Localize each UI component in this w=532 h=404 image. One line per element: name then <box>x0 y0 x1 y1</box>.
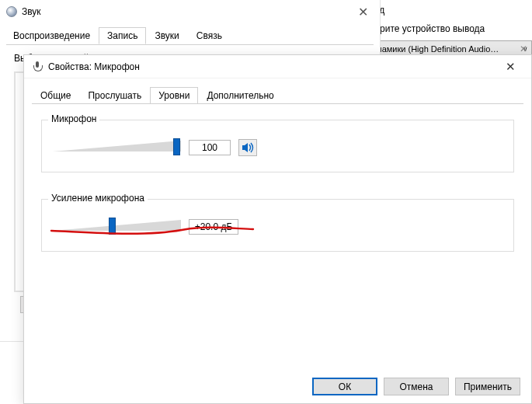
tab-playback[interactable]: Воспроизведение <box>5 27 99 44</box>
levels-body: Микрофон 100 Усиление микрофона <box>32 103 523 379</box>
mic-level-value[interactable]: 100 <box>189 140 231 155</box>
choose-output-label-partial: ыберите устройство вывода <box>363 23 532 34</box>
sound-icon <box>6 6 17 17</box>
sound-titlebar: Звук ✕ <box>0 0 380 23</box>
mic-boost-slider[interactable] <box>53 217 181 237</box>
tab-recording[interactable]: Запись <box>99 27 146 44</box>
mic-boost-row: +20.0 дБ <box>53 217 502 237</box>
background-output-panel: ывод ыберите устройство вывода Динамики … <box>357 0 532 54</box>
tab-advanced[interactable]: Дополнительно <box>198 87 282 104</box>
output-heading-partial: ывод <box>363 5 532 16</box>
mic-boost-label: Усиление микрофона <box>48 193 148 204</box>
props-titlebar: Свойства: Микрофон ✕ <box>24 55 531 78</box>
speaker-button[interactable] <box>238 139 257 156</box>
cancel-button[interactable]: Отмена <box>384 378 449 395</box>
tab-listen[interactable]: Прослушать <box>79 87 150 104</box>
tab-communications[interactable]: Связь <box>188 27 231 44</box>
mic-level-row: 100 <box>53 138 502 158</box>
mic-level-group: Микрофон 100 <box>41 120 514 172</box>
microphone-icon <box>32 61 43 72</box>
apply-button[interactable]: Применить <box>455 378 520 395</box>
mic-boost-value[interactable]: +20.0 дБ <box>189 219 238 235</box>
dialog-button-bar: ОК Отмена Применить <box>312 378 520 395</box>
tab-levels[interactable]: Уровни <box>150 87 198 104</box>
props-title: Свойства: Микрофон <box>48 61 140 72</box>
sound-tabs: Воспроизведение Запись Звуки Связь <box>0 23 380 44</box>
mic-level-label: Микрофон <box>48 113 99 124</box>
tab-sounds[interactable]: Звуки <box>146 27 187 44</box>
close-icon[interactable]: ✕ <box>497 60 523 74</box>
props-tabs: Общие Прослушать Уровни Дополнительно <box>24 78 531 103</box>
mic-boost-group: Усиление микрофона +20.0 дБ <box>41 199 514 252</box>
mic-properties-window: Свойства: Микрофон ✕ Общие Прослушать Ур… <box>23 54 532 404</box>
ok-button[interactable]: ОК <box>312 378 377 395</box>
close-icon[interactable]: ✕ <box>520 44 527 54</box>
close-icon[interactable]: ✕ <box>352 5 374 19</box>
mic-level-slider[interactable] <box>53 138 181 158</box>
speaker-icon <box>242 142 254 153</box>
output-device-value: Динамики (High Definition Audio… <box>367 44 499 54</box>
tab-general[interactable]: Общие <box>32 87 79 104</box>
sound-title: Звук <box>22 6 41 17</box>
